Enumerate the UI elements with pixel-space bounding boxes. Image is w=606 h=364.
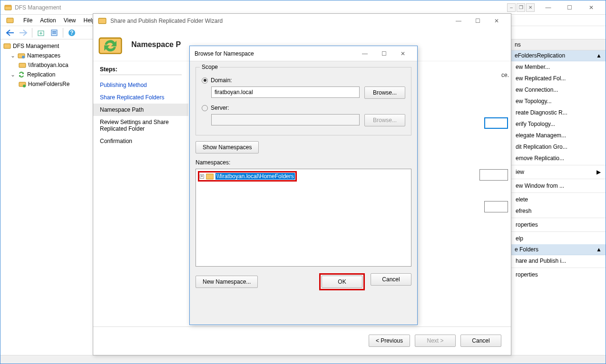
submenu-arrow-icon: ▶ (596, 169, 601, 175)
svg-rect-15 (98, 18, 106, 23)
wizard-minimize-button[interactable]: — (449, 14, 468, 28)
tree-ns-item[interactable]: \\firatboyan.loca (1, 60, 92, 70)
server-radio[interactable] (202, 105, 208, 111)
new-folder-input-fragment[interactable] (479, 169, 508, 181)
step-share-replicated-folders[interactable]: Share Replicated Folders (100, 91, 182, 104)
action-new-topology[interactable]: ew Topology... (511, 96, 606, 107)
up-button[interactable] (35, 27, 47, 38)
new-namespace-button[interactable]: New Namespace... (195, 276, 258, 288)
dialog-maximize-button[interactable]: ☐ (374, 47, 393, 60)
action-new-member[interactable]: ew Member... (511, 61, 606, 73)
action-group-folders[interactable]: e Folders ▲ (511, 244, 606, 255)
wizard-close-button[interactable]: ✕ (487, 14, 506, 28)
server-input (211, 114, 360, 125)
wizard-cancel-button[interactable]: Cancel (460, 335, 501, 347)
next-button: Next > (415, 335, 456, 347)
action-new-connection[interactable]: ew Connection... (511, 84, 606, 96)
action-folder-properties[interactable]: roperties (511, 269, 606, 280)
actions-panel: ns eFoldersReplication ▲ ew Member... ew… (510, 39, 606, 355)
mdi-close-icon[interactable]: ✕ (526, 3, 535, 12)
action-edit-replication-group[interactable]: dit Replication Gro... (511, 141, 606, 153)
action-group-replication[interactable]: eFoldersReplication ▲ (511, 50, 606, 61)
action-new-window[interactable]: ew Window from ... (511, 180, 606, 192)
action-group2-label: e Folders (515, 246, 538, 253)
action-remove-replication[interactable]: emove Replicatio... (511, 153, 606, 164)
dfs-root-icon (3, 42, 11, 50)
maximize-button[interactable]: ☐ (559, 1, 580, 14)
action-verify-topology[interactable]: erify Topology... (511, 118, 606, 130)
menu-file[interactable]: File (23, 17, 32, 24)
expander-icon[interactable]: ⌄ (10, 52, 16, 59)
tree-expand-icon[interactable]: + (200, 174, 204, 179)
action-properties[interactable]: roperties (511, 219, 606, 230)
help-button[interactable]: ? (66, 27, 78, 38)
mdi-restore-icon[interactable]: ❐ (517, 3, 525, 12)
svg-rect-17 (206, 174, 214, 179)
namespace-item[interactable]: + \\firatboyan.local\HomeFolders (198, 171, 409, 182)
tree-namespaces[interactable]: ⌄ Namespaces (1, 51, 92, 60)
domain-input[interactable]: firatboyan.local (211, 86, 360, 98)
properties-button[interactable] (49, 27, 60, 38)
svg-rect-12 (19, 63, 26, 67)
namespace-path-text: \\firatboyan.local\HomeFolders (215, 173, 295, 180)
server-radio-label: Server: (211, 105, 229, 111)
mdi-minimize-icon[interactable]: – (507, 3, 516, 12)
wizard-title-text: Share and Publish Replicated Folder Wiza… (110, 18, 449, 24)
domain-browse-button[interactable]: Browse... (364, 86, 405, 99)
tree-ns-label: \\firatboyan.loca (28, 62, 68, 68)
collapse-icon: ▲ (596, 52, 602, 59)
namespaces-label: Namespaces: (195, 159, 230, 166)
action-view[interactable]: iew ▶ (511, 166, 606, 178)
dialog-footer: New Namespace... OK Cancel (190, 267, 417, 297)
tree-namespaces-label: Namespaces (27, 52, 60, 59)
dialog-close-button[interactable]: ✕ (393, 47, 412, 60)
namespaces-icon (18, 52, 25, 59)
expander-icon[interactable]: ⌄ (10, 71, 16, 78)
ok-button[interactable]: OK (322, 276, 362, 288)
minimize-button[interactable]: — (538, 1, 559, 14)
step-confirmation: Confirmation (100, 135, 182, 147)
forward-button[interactable] (18, 27, 29, 38)
show-namespaces-button[interactable]: Show Namespaces (195, 141, 259, 153)
tree-replication-label: Replication (27, 71, 55, 78)
dfs-icon (4, 4, 12, 11)
tree-repl-group[interactable]: HomeFoldersRe (1, 79, 92, 89)
namespaces-list[interactable]: + \\firatboyan.local\HomeFolders (195, 169, 411, 267)
svg-rect-9 (4, 44, 10, 48)
main-titlebar: DFS Management – ❐ ✕ — ☐ ✕ (0, 0, 606, 15)
action-share-publish[interactable]: hare and Publish i... (511, 255, 606, 267)
dialog-cancel-button[interactable]: Cancel (371, 273, 411, 286)
tree-replication[interactable]: ⌄ Replication (1, 70, 92, 79)
parent-folder-input-fragment[interactable] (484, 117, 508, 129)
wizard-maximize-button[interactable]: ☐ (468, 14, 487, 28)
tree-root[interactable]: DFS Management (1, 41, 92, 51)
tree-repl-label: HomeFoldersRe (28, 81, 69, 87)
action-create-diagnostic[interactable]: reate Diagnostic R... (511, 107, 606, 118)
svg-point-11 (22, 56, 25, 58)
statusbar (0, 355, 606, 364)
domain-radio-label: Domain: (211, 77, 232, 84)
action-new-replicated-folder[interactable]: ew Replicated Fol... (511, 73, 606, 84)
app-icon (6, 17, 14, 24)
step-publishing-method[interactable]: Publishing Method (100, 79, 182, 91)
action-delete[interactable]: elete (511, 194, 606, 205)
domain-radio[interactable] (202, 77, 208, 84)
action-refresh[interactable]: efresh (511, 205, 606, 217)
ns-folder-icon (19, 61, 26, 69)
menu-action[interactable]: Action (40, 17, 56, 24)
back-button[interactable] (4, 27, 16, 38)
previous-button[interactable]: < Previous (369, 335, 410, 347)
action-delegate-management[interactable]: elegate Managem... (511, 130, 606, 141)
step-namespace-path[interactable]: Namespace Path (93, 104, 188, 116)
svg-rect-5 (52, 31, 56, 32)
menu-view[interactable]: View (64, 17, 76, 24)
collapse-icon: ▲ (596, 246, 602, 253)
dialog-minimize-button[interactable]: — (355, 47, 374, 60)
action-help[interactable]: elp (511, 233, 606, 244)
close-button[interactable]: ✕ (580, 1, 602, 14)
wizard-titlebar: Share and Publish Replicated Folder Wiza… (93, 14, 511, 28)
replication-icon (18, 71, 25, 78)
wizard-large-icon (97, 31, 124, 58)
svg-point-14 (23, 85, 26, 87)
namespace-folder-icon (206, 173, 214, 180)
